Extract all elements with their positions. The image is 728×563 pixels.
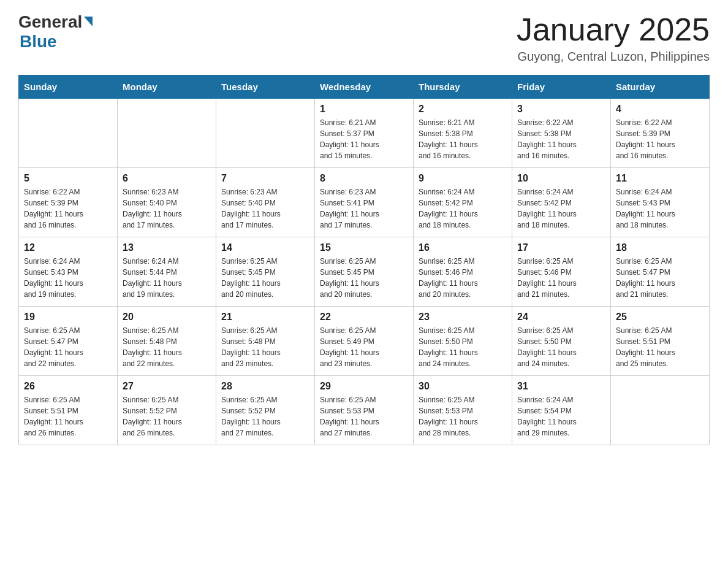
day-info: Sunrise: 6:24 AM Sunset: 5:42 PM Dayligh… (517, 186, 605, 231)
day-info: Sunrise: 6:25 AM Sunset: 5:48 PM Dayligh… (123, 325, 211, 369)
calendar-cell: 24Sunrise: 6:25 AM Sunset: 5:50 PM Dayli… (512, 307, 611, 376)
weekday-header-sunday: Sunday (19, 75, 118, 99)
title-section: January 2025 Guyong, Central Luzon, Phil… (517, 12, 710, 64)
day-number: 4 (616, 104, 704, 115)
weekday-header-wednesday: Wednesday (315, 75, 414, 99)
calendar-cell: 13Sunrise: 6:24 AM Sunset: 5:44 PM Dayli… (118, 237, 216, 307)
calendar-cell (118, 99, 216, 168)
calendar-week-3: 12Sunrise: 6:24 AM Sunset: 5:43 PM Dayli… (19, 237, 710, 307)
day-number: 13 (123, 242, 211, 253)
day-number: 23 (419, 312, 507, 323)
day-info: Sunrise: 6:24 AM Sunset: 5:44 PM Dayligh… (123, 256, 211, 300)
location-subtitle: Guyong, Central Luzon, Philippines (517, 50, 710, 64)
calendar-table: SundayMondayTuesdayWednesdayThursdayFrid… (18, 75, 710, 445)
day-number: 7 (221, 173, 309, 184)
calendar-cell: 27Sunrise: 6:25 AM Sunset: 5:52 PM Dayli… (118, 376, 216, 445)
day-info: Sunrise: 6:25 AM Sunset: 5:45 PM Dayligh… (320, 256, 408, 300)
day-number: 9 (419, 173, 507, 184)
day-number: 30 (419, 381, 507, 392)
day-number: 11 (616, 173, 704, 184)
day-number: 27 (123, 381, 211, 392)
calendar-cell: 8Sunrise: 6:23 AM Sunset: 5:41 PM Daylig… (315, 168, 414, 237)
day-info: Sunrise: 6:24 AM Sunset: 5:43 PM Dayligh… (616, 186, 704, 231)
day-number: 31 (517, 381, 605, 392)
weekday-header-monday: Monday (118, 75, 216, 99)
day-number: 16 (419, 242, 507, 253)
day-info: Sunrise: 6:21 AM Sunset: 5:38 PM Dayligh… (419, 117, 507, 161)
calendar-cell: 7Sunrise: 6:23 AM Sunset: 5:40 PM Daylig… (216, 168, 315, 237)
day-number: 28 (221, 381, 309, 392)
weekday-header-friday: Friday (512, 75, 611, 99)
calendar-cell: 31Sunrise: 6:24 AM Sunset: 5:54 PM Dayli… (512, 376, 611, 445)
day-number: 19 (24, 312, 112, 323)
day-number: 18 (616, 242, 704, 253)
calendar-cell: 25Sunrise: 6:25 AM Sunset: 5:51 PM Dayli… (611, 307, 710, 376)
calendar-cell: 23Sunrise: 6:25 AM Sunset: 5:50 PM Dayli… (414, 307, 512, 376)
calendar-cell: 21Sunrise: 6:25 AM Sunset: 5:48 PM Dayli… (216, 307, 315, 376)
day-info: Sunrise: 6:25 AM Sunset: 5:53 PM Dayligh… (419, 394, 507, 439)
day-info: Sunrise: 6:24 AM Sunset: 5:54 PM Dayligh… (517, 394, 605, 439)
calendar-cell: 9Sunrise: 6:24 AM Sunset: 5:42 PM Daylig… (414, 168, 512, 237)
day-number: 24 (517, 312, 605, 323)
day-number: 17 (517, 242, 605, 253)
day-info: Sunrise: 6:22 AM Sunset: 5:38 PM Dayligh… (517, 117, 605, 161)
day-info: Sunrise: 6:24 AM Sunset: 5:42 PM Dayligh… (419, 186, 507, 231)
day-number: 15 (320, 242, 408, 253)
day-info: Sunrise: 6:23 AM Sunset: 5:40 PM Dayligh… (123, 186, 211, 231)
day-number: 22 (320, 312, 408, 323)
weekday-header-saturday: Saturday (611, 75, 710, 99)
calendar-cell: 5Sunrise: 6:22 AM Sunset: 5:39 PM Daylig… (19, 168, 118, 237)
day-number: 25 (616, 312, 704, 323)
day-info: Sunrise: 6:21 AM Sunset: 5:37 PM Dayligh… (320, 117, 408, 161)
day-number: 3 (517, 104, 605, 115)
day-number: 21 (221, 312, 309, 323)
day-info: Sunrise: 6:25 AM Sunset: 5:46 PM Dayligh… (517, 256, 605, 300)
day-number: 14 (221, 242, 309, 253)
calendar-cell: 1Sunrise: 6:21 AM Sunset: 5:37 PM Daylig… (315, 99, 414, 168)
calendar-week-1: 1Sunrise: 6:21 AM Sunset: 5:37 PM Daylig… (19, 99, 710, 168)
day-info: Sunrise: 6:25 AM Sunset: 5:50 PM Dayligh… (419, 325, 507, 369)
day-number: 5 (24, 173, 112, 184)
day-info: Sunrise: 6:25 AM Sunset: 5:52 PM Dayligh… (221, 394, 309, 439)
logo-general-text: General (18, 12, 82, 32)
day-number: 6 (123, 173, 211, 184)
day-number: 26 (24, 381, 112, 392)
page-header: General Blue January 2025 Guyong, Centra… (18, 12, 710, 64)
calendar-cell: 28Sunrise: 6:25 AM Sunset: 5:52 PM Dayli… (216, 376, 315, 445)
day-info: Sunrise: 6:24 AM Sunset: 5:43 PM Dayligh… (24, 256, 112, 300)
day-number: 29 (320, 381, 408, 392)
day-number: 2 (419, 104, 507, 115)
day-info: Sunrise: 6:25 AM Sunset: 5:48 PM Dayligh… (221, 325, 309, 369)
calendar-cell: 3Sunrise: 6:22 AM Sunset: 5:38 PM Daylig… (512, 99, 611, 168)
calendar-cell: 22Sunrise: 6:25 AM Sunset: 5:49 PM Dayli… (315, 307, 414, 376)
calendar-cell: 26Sunrise: 6:25 AM Sunset: 5:51 PM Dayli… (19, 376, 118, 445)
day-info: Sunrise: 6:25 AM Sunset: 5:50 PM Dayligh… (517, 325, 605, 369)
calendar-cell: 18Sunrise: 6:25 AM Sunset: 5:47 PM Dayli… (611, 237, 710, 307)
calendar-cell: 15Sunrise: 6:25 AM Sunset: 5:45 PM Dayli… (315, 237, 414, 307)
day-info: Sunrise: 6:23 AM Sunset: 5:40 PM Dayligh… (221, 186, 309, 231)
day-number: 1 (320, 104, 408, 115)
calendar-week-2: 5Sunrise: 6:22 AM Sunset: 5:39 PM Daylig… (19, 168, 710, 237)
calendar-cell: 19Sunrise: 6:25 AM Sunset: 5:47 PM Dayli… (19, 307, 118, 376)
day-number: 20 (123, 312, 211, 323)
day-info: Sunrise: 6:25 AM Sunset: 5:46 PM Dayligh… (419, 256, 507, 300)
weekday-header-row: SundayMondayTuesdayWednesdayThursdayFrid… (19, 75, 710, 99)
day-info: Sunrise: 6:25 AM Sunset: 5:51 PM Dayligh… (24, 394, 112, 439)
day-info: Sunrise: 6:25 AM Sunset: 5:51 PM Dayligh… (616, 325, 704, 369)
day-info: Sunrise: 6:25 AM Sunset: 5:53 PM Dayligh… (320, 394, 408, 439)
day-info: Sunrise: 6:25 AM Sunset: 5:52 PM Dayligh… (123, 394, 211, 439)
logo: General Blue (18, 12, 93, 52)
calendar-week-5: 26Sunrise: 6:25 AM Sunset: 5:51 PM Dayli… (19, 376, 710, 445)
calendar-cell: 2Sunrise: 6:21 AM Sunset: 5:38 PM Daylig… (414, 99, 512, 168)
logo-blue-text: Blue (20, 32, 57, 52)
calendar-cell: 16Sunrise: 6:25 AM Sunset: 5:46 PM Dayli… (414, 237, 512, 307)
day-info: Sunrise: 6:22 AM Sunset: 5:39 PM Dayligh… (24, 186, 112, 231)
weekday-header-thursday: Thursday (414, 75, 512, 99)
calendar-cell (216, 99, 315, 168)
day-number: 12 (24, 242, 112, 253)
day-info: Sunrise: 6:25 AM Sunset: 5:47 PM Dayligh… (24, 325, 112, 369)
day-info: Sunrise: 6:25 AM Sunset: 5:49 PM Dayligh… (320, 325, 408, 369)
calendar-cell: 29Sunrise: 6:25 AM Sunset: 5:53 PM Dayli… (315, 376, 414, 445)
calendar-cell: 12Sunrise: 6:24 AM Sunset: 5:43 PM Dayli… (19, 237, 118, 307)
logo-triangle-icon (84, 17, 93, 26)
